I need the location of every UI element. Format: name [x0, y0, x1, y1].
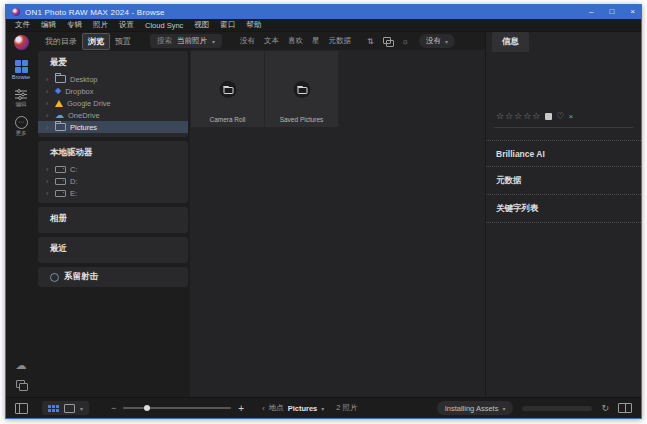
tab-browse[interactable]: 浏览: [82, 33, 110, 50]
tab-presets[interactable]: 预置: [110, 34, 136, 49]
chevron-right-icon[interactable]: ›: [46, 88, 51, 95]
menu-photo[interactable]: 照片: [93, 20, 108, 30]
sidebar-item-drive-d[interactable]: › D:: [38, 175, 188, 187]
chevron-right-icon[interactable]: ›: [46, 190, 51, 197]
info-preview-area: [486, 52, 641, 108]
module-edit-label: 编辑: [16, 101, 27, 107]
view-mode-switcher[interactable]: ▾: [42, 401, 89, 415]
section-brilliance-ai[interactable]: Brilliance AI: [486, 140, 641, 167]
info-panel: 信息 ☆☆☆☆☆ ♡ × Brilliance AI 元数据 关键字列表: [485, 32, 641, 397]
layers-icon[interactable]: [16, 380, 27, 390]
folder-icon: [55, 75, 66, 83]
recent-header[interactable]: 最近: [38, 240, 188, 259]
sidebar-item-dropbox[interactable]: › ◆ Dropbox: [38, 85, 188, 97]
divider: [494, 127, 633, 128]
top-toolbar: 我的目录 浏览 预置 搜索 当前照片 ▾ 没有 文本 喜欢 星 元数据 ⇅: [36, 32, 485, 50]
menu-cloud-sync[interactable]: Cloud Sync: [145, 21, 183, 30]
tab-my-catalogs[interactable]: 我的目录: [40, 34, 82, 49]
close-button[interactable]: ×: [630, 8, 635, 16]
module-rail: Browse 编辑 ⋯ 更多 ☁: [6, 32, 36, 397]
sidebar-item-google-drive[interactable]: › Google Drive: [38, 97, 188, 109]
chevron-right-icon[interactable]: ›: [46, 178, 51, 185]
filter-text[interactable]: 文本: [264, 36, 279, 46]
reject-x-icon[interactable]: ×: [568, 112, 573, 121]
folder-tile-saved-pictures[interactable]: Saved Pictures: [265, 51, 338, 127]
chevron-right-icon[interactable]: ›: [46, 112, 51, 119]
cloud-sync-icon[interactable]: ☁: [16, 360, 27, 371]
sidebar-item-label: C:: [70, 165, 78, 174]
sort-dropdown[interactable]: 没有 ▾: [419, 34, 455, 48]
maximize-button[interactable]: □: [609, 8, 614, 16]
menu-edit[interactable]: 编辑: [41, 20, 56, 30]
tethered-shooting-header: 系留射击: [64, 271, 98, 283]
menubar: 文件 编辑 专辑 照片 设置 Cloud Sync 视图 窗口 帮助: [6, 19, 641, 32]
installing-assets-dropdown[interactable]: Installing Assets ▾: [437, 401, 514, 415]
breadcrumb[interactable]: ‹ 地点 Pictures ▾: [262, 403, 324, 413]
compare-icon[interactable]: [383, 37, 393, 46]
menu-view[interactable]: 视图: [194, 20, 209, 30]
module-more[interactable]: ⋯ 更多: [15, 116, 28, 136]
hard-drive-icon: [55, 166, 66, 173]
single-view-icon[interactable]: [64, 404, 75, 413]
star-rating[interactable]: ☆☆☆☆☆: [496, 111, 541, 121]
main-area: Browse 编辑 ⋯ 更多 ☁: [6, 32, 641, 397]
menu-file[interactable]: 文件: [15, 20, 30, 30]
sidebar-item-onedrive[interactable]: › ☁ OneDrive: [38, 109, 188, 121]
sidebar-item-label: D:: [70, 177, 78, 186]
menu-settings[interactable]: 设置: [119, 20, 134, 30]
sidebar-item-label: E:: [70, 189, 77, 198]
back-chevron-icon[interactable]: ‹: [262, 404, 265, 413]
chevron-right-icon[interactable]: ›: [46, 166, 51, 173]
filter-stars[interactable]: 星: [312, 36, 320, 46]
zoom-slider-knob[interactable]: [144, 405, 150, 411]
filter-none[interactable]: 没有: [240, 36, 255, 46]
sort-icon[interactable]: ⇅: [367, 37, 374, 46]
module-browse[interactable]: Browse: [12, 60, 30, 80]
tethered-shooting-section[interactable]: 系留射击: [38, 267, 188, 287]
zoom-slider[interactable]: [123, 407, 231, 409]
dual-display-icon[interactable]: [618, 403, 632, 413]
breadcrumb-folder[interactable]: Pictures: [288, 404, 318, 413]
refresh-icon[interactable]: ↻: [601, 404, 609, 413]
section-keyword-list[interactable]: 关键字列表: [486, 195, 641, 223]
status-right-group: Installing Assets ▾ ↻: [437, 401, 632, 415]
sidebar-item-label: Pictures: [70, 123, 97, 132]
zoom-out-button[interactable]: −: [111, 403, 116, 413]
menu-album[interactable]: 专辑: [67, 20, 82, 30]
chevron-right-icon[interactable]: ›: [46, 76, 51, 83]
sidebar-toggle-icon[interactable]: [15, 403, 28, 414]
sidebar-item-pictures[interactable]: › Pictures: [38, 121, 188, 133]
dropbox-icon: ◆: [55, 87, 61, 95]
chevron-right-icon[interactable]: ›: [46, 100, 51, 107]
folder-icon: [55, 123, 66, 131]
chevron-right-icon[interactable]: ›: [46, 124, 51, 131]
sidebar-item-drive-c[interactable]: › C:: [38, 163, 188, 175]
minimize-button[interactable]: –: [589, 8, 593, 16]
menu-window[interactable]: 窗口: [220, 20, 235, 30]
search-box[interactable]: 搜索 当前照片 ▾: [150, 34, 222, 48]
photo-count: 2 照片: [336, 403, 357, 413]
grid-view-icon[interactable]: [48, 405, 59, 412]
local-drives-header[interactable]: 本地驱动器: [38, 144, 188, 163]
albums-header[interactable]: 相册: [38, 210, 188, 229]
folder-tile-label: Saved Pictures: [265, 116, 338, 123]
light-icon[interactable]: ☼: [402, 37, 409, 46]
search-scope-dropdown[interactable]: 当前照片: [177, 36, 207, 46]
menu-help[interactable]: 帮助: [246, 20, 261, 30]
section-metadata[interactable]: 元数据: [486, 167, 641, 195]
zoom-in-button[interactable]: +: [238, 403, 244, 414]
chevron-down-icon: ▾: [321, 405, 324, 412]
color-label-icon[interactable]: [545, 113, 552, 120]
favorites-header[interactable]: 最爱: [38, 54, 188, 73]
sidebar-item-drive-e[interactable]: › E:: [38, 187, 188, 199]
tab-info[interactable]: 信息: [492, 32, 529, 52]
chevron-down-icon: ▾: [445, 38, 448, 45]
like-heart-icon[interactable]: ♡: [556, 111, 564, 121]
module-edit[interactable]: 编辑: [15, 89, 27, 107]
favorites-section: 最爱 › Desktop › ◆ Dropbox ›: [38, 51, 188, 137]
folder-tile-camera-roll[interactable]: Camera Roll: [191, 51, 264, 127]
toolbar-icons: ⇅ ☼: [367, 37, 409, 46]
sidebar-item-desktop[interactable]: › Desktop: [38, 73, 188, 85]
filter-likes[interactable]: 喜欢: [288, 36, 303, 46]
filter-metadata[interactable]: 元数据: [329, 36, 352, 46]
